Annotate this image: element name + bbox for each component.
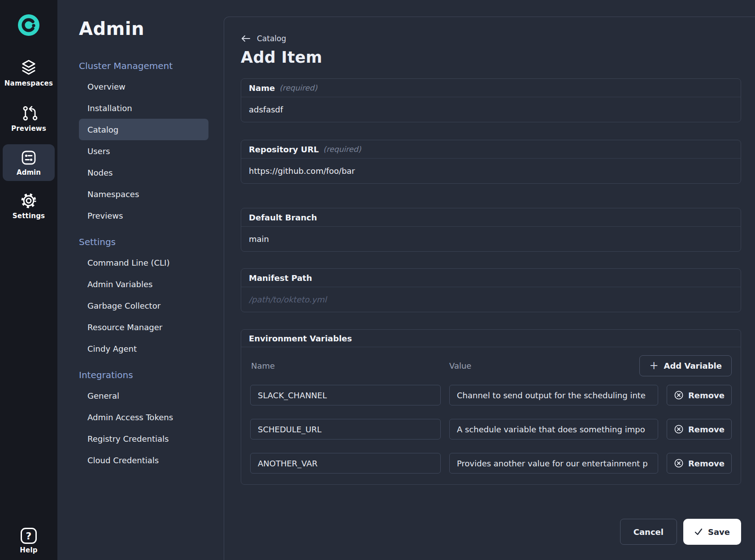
circle-x-icon — [674, 390, 684, 400]
remove-variable-button[interactable]: Remove — [667, 385, 732, 405]
field-default-branch: Default Branch — [241, 208, 741, 252]
sidebar-item-resource-manager[interactable]: Resource Manager — [79, 316, 208, 338]
sidebar-item-command-line[interactable]: Command Line (CLI) — [79, 252, 208, 273]
sidebar-item-admin-access-tokens[interactable]: Admin Access Tokens — [79, 406, 208, 428]
question-icon: ? — [21, 528, 37, 544]
remove-variable-button[interactable]: Remove — [667, 419, 732, 439]
remove-label: Remove — [688, 391, 725, 400]
cluster-management-list: Overview Installation Catalog Users Node… — [79, 76, 208, 226]
section-header-settings: Settings — [79, 236, 208, 248]
rail-item-admin-selected[interactable]: Admin — [3, 144, 55, 181]
save-button[interactable]: Save — [683, 519, 741, 545]
sliders-icon — [20, 149, 38, 167]
main-panel: Catalog Add Item Name (required) Reposit… — [224, 17, 755, 560]
env-value-input[interactable] — [449, 419, 658, 439]
cancel-button[interactable]: Cancel — [620, 519, 677, 545]
rail-item-previews[interactable]: Previews — [0, 104, 57, 133]
rail-item-help[interactable]: ? Help — [0, 528, 57, 554]
env-name-input[interactable] — [250, 419, 441, 439]
field-label: Repository URL — [249, 145, 319, 154]
env-row: Remove — [250, 419, 732, 439]
field-label: Name — [249, 83, 275, 93]
admin-sidebar: Admin Cluster Management Overview Instal… — [57, 0, 224, 560]
sidebar-title: Admin — [79, 19, 208, 39]
env-row: Remove — [250, 453, 732, 474]
field-manifest-path: Manifest Path — [241, 268, 741, 312]
name-input[interactable] — [241, 97, 741, 122]
sidebar-item-installation[interactable]: Installation — [79, 97, 208, 119]
field-name-header: Name (required) — [241, 79, 741, 97]
save-label: Save — [708, 527, 730, 537]
settings-list: Command Line (CLI) Admin Variables Garba… — [79, 252, 208, 359]
rail-label: Settings — [13, 212, 45, 220]
field-repository-url: Repository URL (required) — [241, 140, 741, 184]
pull-request-icon — [20, 104, 38, 122]
section-label: Environment Variables — [249, 334, 352, 343]
section-header-integrations: Integrations — [79, 369, 208, 381]
rail-label: Namespaces — [4, 79, 53, 87]
check-icon — [694, 528, 703, 535]
environment-variables-header: Environment Variables — [241, 330, 741, 347]
env-value-column-label: Value — [449, 361, 639, 370]
integrations-list: General Admin Access Tokens Registry Cre… — [79, 385, 208, 471]
required-hint: (required) — [323, 145, 361, 154]
default-branch-input[interactable] — [241, 227, 741, 251]
rail-label: Previews — [11, 125, 46, 133]
rail-item-namespaces[interactable]: Namespaces — [0, 58, 57, 87]
page-title: Add Item — [241, 48, 742, 66]
field-default-branch-header: Default Branch — [241, 208, 741, 227]
plus-icon: + — [649, 360, 658, 371]
repository-url-input[interactable] — [241, 159, 741, 183]
env-name-input[interactable] — [250, 385, 441, 405]
remove-label: Remove — [688, 459, 725, 468]
form-footer: Cancel Save — [241, 519, 741, 545]
field-manifest-path-header: Manifest Path — [241, 269, 741, 287]
add-variable-label: Add Variable — [664, 361, 722, 370]
add-variable-button[interactable]: + Add Variable — [639, 355, 732, 376]
sidebar-item-overview[interactable]: Overview — [79, 76, 208, 97]
arrow-left-icon[interactable] — [241, 35, 251, 42]
rail-item-settings[interactable]: Settings — [0, 192, 57, 220]
env-value-input[interactable] — [449, 453, 658, 474]
rail-label: Help — [20, 546, 37, 554]
circle-x-icon — [674, 458, 684, 468]
env-name-input[interactable] — [250, 453, 441, 474]
manifest-path-input[interactable] — [241, 287, 741, 312]
breadcrumb-label[interactable]: Catalog — [257, 34, 286, 43]
field-repository-url-header: Repository URL (required) — [241, 140, 741, 159]
sidebar-item-nodes[interactable]: Nodes — [79, 162, 208, 183]
remove-label: Remove — [688, 425, 725, 434]
sidebar-item-namespaces[interactable]: Namespaces — [79, 183, 208, 205]
env-name-column-label: Name — [250, 361, 449, 370]
rail-label: Admin — [17, 168, 41, 177]
okteto-logo[interactable] — [18, 14, 39, 36]
sidebar-item-general[interactable]: General — [79, 385, 208, 406]
remove-variable-button[interactable]: Remove — [667, 453, 732, 474]
sidebar-item-cindy-agent[interactable]: Cindy Agent — [79, 338, 208, 359]
gear-icon — [20, 192, 38, 210]
sidebar-item-cloud-credentials[interactable]: Cloud Credentials — [79, 449, 208, 471]
env-value-input[interactable] — [449, 385, 658, 405]
circle-x-icon — [674, 424, 684, 434]
sidebar-item-registry-credentials[interactable]: Registry Credentials — [79, 428, 208, 449]
layers-icon — [19, 58, 38, 77]
field-name: Name (required) — [241, 78, 741, 122]
section-header-cluster-management: Cluster Management — [79, 60, 208, 72]
env-row: Remove — [250, 385, 732, 405]
required-hint: (required) — [279, 83, 317, 92]
sidebar-item-previews[interactable]: Previews — [79, 205, 208, 226]
sidebar-item-users[interactable]: Users — [79, 140, 208, 162]
field-label: Manifest Path — [249, 273, 312, 283]
icon-rail: Namespaces Previews Admin — [0, 0, 57, 560]
sidebar-item-catalog[interactable]: Catalog — [79, 119, 208, 140]
breadcrumb[interactable]: Catalog — [241, 34, 286, 43]
environment-variables-section: Environment Variables Name Value + Add V… — [241, 329, 741, 485]
field-label: Default Branch — [249, 213, 317, 222]
sidebar-item-admin-variables[interactable]: Admin Variables — [79, 273, 208, 295]
sidebar-item-garbage-collector[interactable]: Garbage Collector — [79, 295, 208, 316]
